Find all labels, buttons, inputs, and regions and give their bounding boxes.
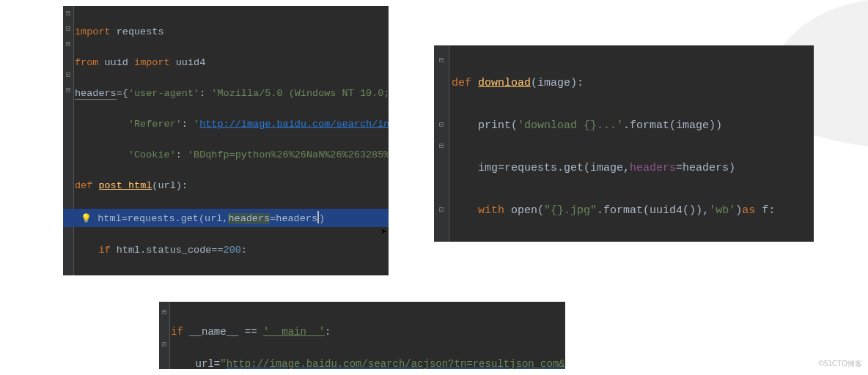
code-bottom[interactable]: if __name__ == '__main__': url="http://i…	[171, 308, 565, 369]
code-line: from uuid import uuid4	[75, 55, 389, 70]
code-line: url="http://image.baidu.com/search/acjso…	[171, 356, 565, 369]
fold-icon[interactable]: ⊟	[438, 122, 445, 129]
code-line: import requests	[75, 24, 389, 40]
fold-icon[interactable]: ⊟	[65, 26, 72, 33]
fold-icon[interactable]: ⊟	[161, 309, 168, 316]
bulb-icon[interactable]: 💡	[81, 214, 92, 224]
code-block-bottom: ⊟ ⊡ if __name__ == '__main__': url="http…	[159, 302, 565, 369]
code-right[interactable]: def download(image): print('download {}.…	[452, 51, 814, 242]
gutter-left: ⊟ ⊟ ⊟ ⊡ ⊟	[63, 6, 74, 275]
fold-icon[interactable]: ⊟	[438, 143, 445, 150]
code-block-left: ⊟ ⊟ ⊟ ⊡ ⊟ import requests from uuid impo…	[63, 6, 389, 275]
code-line: 'Cookie': 'BDqhfp=python%26%26NaN%26%263…	[75, 147, 389, 163]
code-line: with open("{}.jpg".format(uuid4()),'wb')…	[452, 200, 814, 221]
code-line: 'Referer': 'http://image.baidu.com/searc…	[75, 116, 389, 132]
code-block-right: ⊟ ⊟ ⊟ ⊡ def download(image): print('down…	[434, 45, 814, 242]
fold-icon[interactable]: ⊟	[438, 57, 445, 64]
code-line: headers={'user-agent': 'Mozilla/5.0 (Win…	[75, 86, 389, 101]
code-line: def post_html(url):	[75, 178, 389, 193]
code-line: print('download {}...'.format(image))	[452, 115, 814, 136]
gutter-right: ⊟ ⊟ ⊟ ⊡	[434, 45, 449, 242]
watermark: ©51CTO博客	[819, 359, 862, 369]
fold-icon[interactable]: ⊡	[161, 341, 168, 349]
code-line-active: 💡 html=requests.get(url,headers=headers)	[63, 209, 389, 227]
fold-icon[interactable]: ⊟	[65, 10, 72, 18]
fold-icon[interactable]: ⊡	[438, 207, 445, 214]
fold-icon[interactable]: ⊟	[65, 87, 72, 94]
fold-icon[interactable]: ⊟	[65, 41, 72, 48]
code-line: if __name__ == '__main__':	[171, 324, 565, 340]
code-left[interactable]: import requests from uuid import uuid4 h…	[75, 9, 389, 275]
code-line: def download(image):	[452, 73, 814, 94]
code-line: if html.status_code==200:	[75, 242, 389, 258]
text-cursor	[317, 211, 319, 223]
gutter-bottom: ⊟ ⊡	[159, 302, 170, 369]
code-line: img=requests.get(image,headers=headers)	[452, 157, 814, 179]
fold-icon[interactable]: ⊡	[65, 72, 72, 79]
code-line: html.encoding='utf8'	[75, 273, 389, 275]
